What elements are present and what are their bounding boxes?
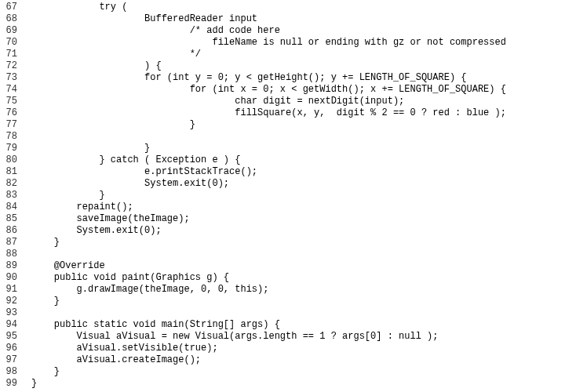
line-code: } catch ( Exception e ) { <box>31 154 576 166</box>
line-number: 93 <box>0 307 31 319</box>
line-number: 87 <box>0 237 31 249</box>
line-number: 99 <box>0 378 31 390</box>
line-code: for (int y = 0; y < getHeight(); y += LE… <box>31 72 576 84</box>
code-line: 71 */ <box>0 49 576 60</box>
line-code: char digit = nextDigit(input); <box>31 96 576 107</box>
line-code: fileName is null or ending with gz or no… <box>31 37 576 49</box>
line-number: 88 <box>0 249 31 260</box>
line-number: 80 <box>0 154 31 166</box>
code-line: 84 repaint(); <box>0 201 576 213</box>
line-code: aVisual.createImage(); <box>31 354 576 366</box>
code-line: 74 for (int x = 0; x < getWidth(); x += … <box>0 84 576 96</box>
code-line: 67 try ( <box>0 2 576 13</box>
code-line: 69 /* add code here <box>0 25 576 37</box>
line-number: 98 <box>0 366 31 378</box>
code-line: 76 fillSquare(x, y, digit % 2 == 0 ? red… <box>0 107 576 119</box>
code-line: 83 } <box>0 190 576 201</box>
code-line: 97 aVisual.createImage(); <box>0 354 576 366</box>
line-code: e.printStackTrace(); <box>31 166 576 178</box>
line-code: aVisual.setVisible(true); <box>31 343 576 354</box>
line-number: 71 <box>0 49 31 60</box>
line-code <box>31 249 576 260</box>
code-block: 67 try (68 BufferedReader input69 /* add… <box>0 2 576 390</box>
line-code: try ( <box>31 2 576 13</box>
code-line: 91 g.drawImage(theImage, 0, 0, this); <box>0 284 576 296</box>
line-code: public void paint(Graphics g) { <box>31 272 576 284</box>
code-line: 86 System.exit(0); <box>0 225 576 237</box>
line-number: 89 <box>0 260 31 272</box>
code-line: 72 ) { <box>0 60 576 72</box>
line-number: 94 <box>0 319 31 331</box>
line-code: repaint(); <box>31 201 576 213</box>
line-number: 90 <box>0 272 31 284</box>
code-line: 96 aVisual.setVisible(true); <box>0 343 576 354</box>
line-code: } <box>31 119 576 131</box>
code-line: 98 } <box>0 366 576 378</box>
code-line: 80 } catch ( Exception e ) { <box>0 154 576 166</box>
code-line: 78 <box>0 131 576 143</box>
line-number: 92 <box>0 296 31 307</box>
line-code <box>31 131 576 143</box>
line-code: System.exit(0); <box>31 225 576 237</box>
line-number: 73 <box>0 72 31 84</box>
line-code: } <box>31 296 576 307</box>
code-line: 70 fileName is null or ending with gz or… <box>0 37 576 49</box>
line-code: } <box>31 378 576 390</box>
line-code: } <box>31 366 576 378</box>
line-code: /* add code here <box>31 25 576 37</box>
line-number: 82 <box>0 178 31 190</box>
code-line: 99} <box>0 378 576 390</box>
line-number: 72 <box>0 60 31 72</box>
line-number: 86 <box>0 225 31 237</box>
line-code: } <box>31 190 576 201</box>
code-line: 81 e.printStackTrace(); <box>0 166 576 178</box>
line-number: 70 <box>0 37 31 49</box>
line-number: 81 <box>0 166 31 178</box>
line-number: 95 <box>0 331 31 343</box>
line-code: BufferedReader input <box>31 13 576 25</box>
code-line: 88 <box>0 249 576 260</box>
line-number: 69 <box>0 25 31 37</box>
line-code <box>31 307 576 319</box>
line-code: public static void main(String[] args) { <box>31 319 576 331</box>
line-number: 96 <box>0 343 31 354</box>
line-code: } <box>31 143 576 154</box>
line-number: 67 <box>0 2 31 13</box>
line-number: 74 <box>0 84 31 96</box>
code-line: 68 BufferedReader input <box>0 13 576 25</box>
code-line: 79 } <box>0 143 576 154</box>
line-code: ) { <box>31 60 576 72</box>
line-code: */ <box>31 49 576 60</box>
code-line: 75 char digit = nextDigit(input); <box>0 96 576 107</box>
code-line: 87 } <box>0 237 576 249</box>
line-number: 83 <box>0 190 31 201</box>
code-line: 85 saveImage(theImage); <box>0 213 576 225</box>
line-number: 85 <box>0 213 31 225</box>
code-line: 90 public void paint(Graphics g) { <box>0 272 576 284</box>
line-number: 84 <box>0 201 31 213</box>
line-number: 77 <box>0 119 31 131</box>
code-line: 93 <box>0 307 576 319</box>
line-number: 76 <box>0 107 31 119</box>
line-code: g.drawImage(theImage, 0, 0, this); <box>31 284 576 296</box>
code-line: 82 System.exit(0); <box>0 178 576 190</box>
line-code: for (int x = 0; x < getWidth(); x += LEN… <box>31 84 576 96</box>
line-code: saveImage(theImage); <box>31 213 576 225</box>
code-line: 73 for (int y = 0; y < getHeight(); y +=… <box>0 72 576 84</box>
line-code: System.exit(0); <box>31 178 576 190</box>
code-line: 95 Visual aVisual = new Visual(args.leng… <box>0 331 576 343</box>
line-number: 68 <box>0 13 31 25</box>
line-number: 91 <box>0 284 31 296</box>
line-code: @Override <box>31 260 576 272</box>
code-line: 77 } <box>0 119 576 131</box>
line-number: 79 <box>0 143 31 154</box>
line-number: 97 <box>0 354 31 366</box>
line-number: 75 <box>0 96 31 107</box>
code-line: 89 @Override <box>0 260 576 272</box>
line-number: 78 <box>0 131 31 143</box>
line-code: Visual aVisual = new Visual(args.length … <box>31 331 576 343</box>
line-code: fillSquare(x, y, digit % 2 == 0 ? red : … <box>31 107 576 119</box>
line-code: } <box>31 237 576 249</box>
code-line: 92 } <box>0 296 576 307</box>
code-line: 94 public static void main(String[] args… <box>0 319 576 331</box>
